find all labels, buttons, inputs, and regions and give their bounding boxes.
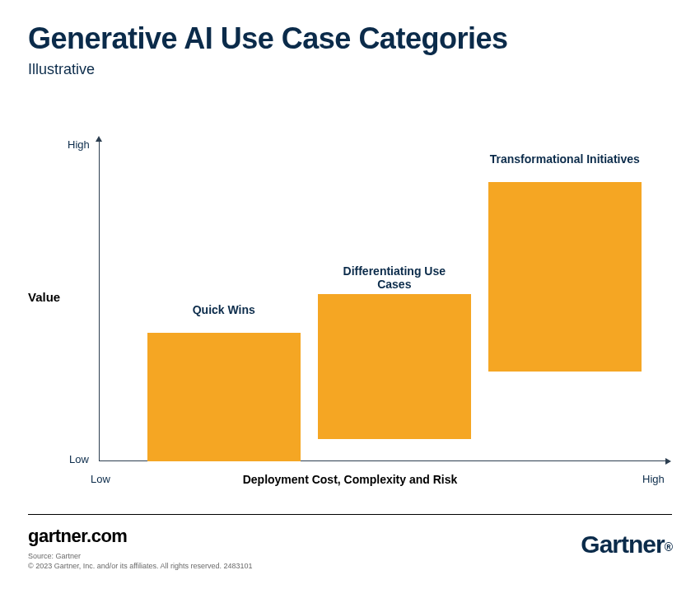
bar-label: Transformational Initiatives <box>472 152 658 166</box>
chart-subtitle: Illustrative <box>28 61 95 78</box>
arrow-right-icon <box>665 458 671 465</box>
logo-text: Gartner <box>581 531 664 558</box>
source-text: Source: Gartner <box>28 552 81 560</box>
copyright-text: © 2023 Gartner, Inc. and/or its affiliat… <box>28 562 253 570</box>
y-axis-line <box>99 140 100 461</box>
bar <box>318 294 471 439</box>
gartner-logo: Gartner® <box>581 531 672 559</box>
arrow-up-icon <box>96 136 102 142</box>
site-url: gartner.com <box>28 526 127 547</box>
footer-rule <box>28 514 672 515</box>
bar <box>488 182 642 372</box>
y-axis-label: Value <box>28 290 60 304</box>
y-tick-low: Low <box>69 453 89 465</box>
x-axis-label: Deployment Cost, Complexity and Risk <box>0 473 700 486</box>
chart-title: Generative AI Use Case Categories <box>28 21 507 56</box>
y-tick-high: High <box>68 138 90 151</box>
bar <box>147 333 301 461</box>
plot-area: Quick WinsDifferentiating UseCasesTransf… <box>99 140 667 461</box>
bar-label: Quick Wins <box>131 303 317 316</box>
bar-label: Differentiating UseCases <box>301 264 488 291</box>
logo-mark: ® <box>665 540 672 554</box>
